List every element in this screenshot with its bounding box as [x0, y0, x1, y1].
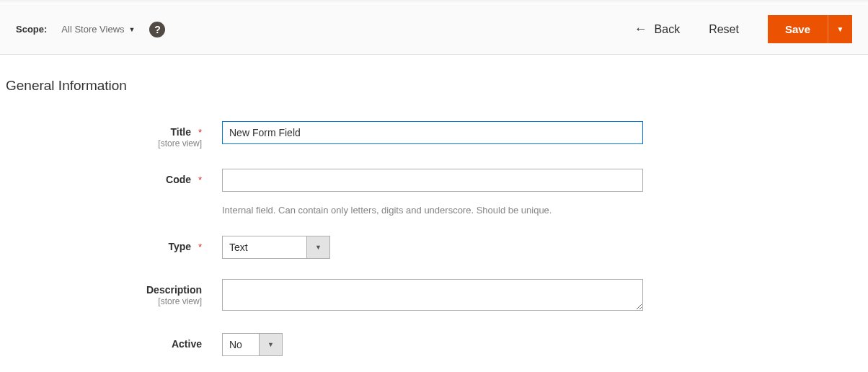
code-note: Internal field. Can contain only letters…	[222, 205, 643, 216]
label-type: Type	[168, 241, 191, 252]
back-button[interactable]: ← Back	[634, 22, 681, 37]
back-label: Back	[655, 23, 681, 36]
label-description: Description	[146, 284, 202, 296]
save-dropdown-toggle[interactable]: ▼	[828, 15, 852, 43]
content: General Information Title * [store view]…	[0, 55, 868, 372]
scope-note-title: [store view]	[6, 138, 202, 149]
scope-note-description: [store view]	[6, 296, 202, 306]
required-icon: *	[198, 127, 202, 138]
caret-down-icon: ▼	[837, 25, 844, 33]
row-code: Code * Internal field. Can contain only …	[6, 169, 852, 216]
label-code: Code	[166, 174, 191, 185]
row-active: Active No ▼	[6, 333, 852, 356]
title-input[interactable]	[222, 121, 643, 144]
required-icon: *	[198, 242, 202, 252]
row-type: Type * Text ▼	[6, 236, 852, 259]
row-description: Description [store view]	[6, 279, 852, 313]
type-select[interactable]: Text ▼	[222, 236, 330, 259]
type-value: Text	[223, 236, 306, 258]
caret-down-icon: ▼	[306, 236, 329, 258]
scope-value: All Store Views	[61, 24, 124, 35]
active-value: No	[223, 334, 259, 355]
label-active: Active	[172, 338, 202, 350]
label-title: Title	[171, 126, 192, 138]
active-select[interactable]: No ▼	[222, 333, 283, 356]
arrow-left-icon: ←	[634, 22, 647, 37]
caret-down-icon: ▼	[259, 334, 282, 355]
scope-selector[interactable]: All Store Views ▼	[61, 24, 135, 35]
toolbar: Scope: All Store Views ▼ ? ← Back Reset …	[0, 4, 868, 55]
caret-down-icon: ▼	[129, 26, 136, 33]
reset-button[interactable]: Reset	[709, 23, 739, 36]
required-icon: *	[198, 174, 202, 185]
code-input[interactable]	[222, 169, 643, 192]
description-textarea[interactable]	[222, 279, 643, 311]
row-title: Title * [store view]	[6, 121, 852, 149]
help-icon[interactable]: ?	[149, 22, 165, 37]
save-button-group: Save ▼	[768, 15, 852, 43]
save-button[interactable]: Save	[768, 15, 828, 43]
scope-label: Scope:	[16, 24, 47, 35]
section-title: General Information	[6, 78, 852, 94]
